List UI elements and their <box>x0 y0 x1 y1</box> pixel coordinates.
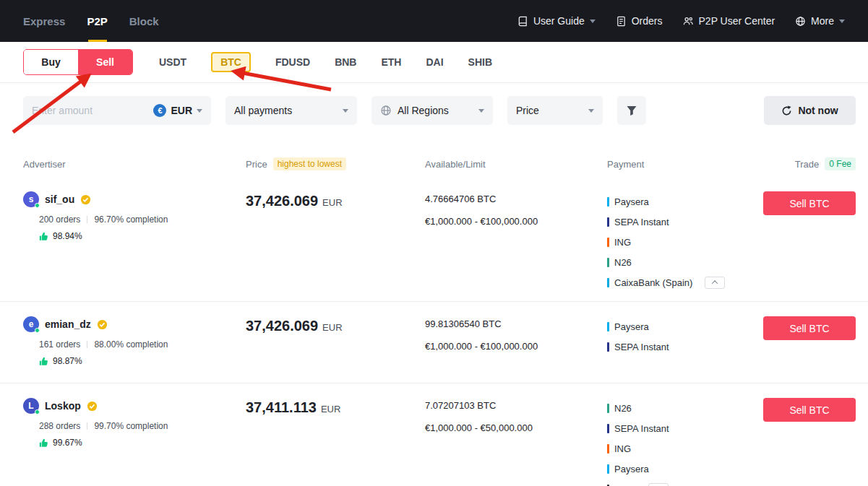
sell-tab[interactable]: Sell <box>78 50 132 74</box>
user-guide-menu[interactable]: User Guide <box>517 15 596 27</box>
refresh-interval-label: Not now <box>798 105 838 116</box>
tab-asset-btc[interactable]: BTC <box>211 52 251 72</box>
fiat-label: EUR <box>171 105 192 116</box>
chevron-down-icon <box>590 19 596 23</box>
more-menu[interactable]: More <box>795 15 845 27</box>
avatar-letter: e <box>29 319 34 329</box>
tab-asset-fdusd[interactable]: FDUSD <box>275 56 310 68</box>
payment-method: Paysera <box>614 321 649 332</box>
advertiser-name[interactable]: emian_dz <box>45 318 91 330</box>
primary-nav: Express P2P Block <box>23 0 159 42</box>
payment-method: ING <box>614 443 631 454</box>
price-cell: 37,426.069 EUR <box>246 318 425 334</box>
payment-color-bar <box>607 197 609 207</box>
payment-color-bar <box>607 258 609 267</box>
globe-icon <box>795 16 806 27</box>
divider <box>87 216 87 223</box>
thumbs-up-icon <box>39 438 48 448</box>
buy-sell-toggle: Buy Sell <box>23 49 133 75</box>
avatar[interactable]: s <box>23 191 39 207</box>
amount-input[interactable] <box>32 105 126 116</box>
filter-bar: € EUR All payments All Regions Price Not… <box>0 83 868 139</box>
amount-filter: € EUR <box>23 96 211 125</box>
payment-cell: N26 SEPA Instant ING Paysera Bunq <box>607 398 763 486</box>
asset-tabs: USDT BTC FDUSD BNB ETH DAI SHIB <box>159 52 492 72</box>
orders-link[interactable]: Orders <box>616 15 663 27</box>
thumbs-up-icon <box>39 232 48 241</box>
price-sort-dropdown[interactable]: Price <box>507 96 603 125</box>
payment-method: N26 <box>614 257 632 268</box>
nav-express[interactable]: Express <box>23 0 65 42</box>
payments-dropdown-value: All payments <box>234 105 292 116</box>
chevron-down-icon <box>197 109 202 113</box>
refresh-interval-button[interactable]: Not now <box>764 96 856 125</box>
positive-feedback-rate: 98.94% <box>53 231 82 241</box>
chevron-down-icon <box>343 109 348 113</box>
payment-color-bar <box>607 322 609 331</box>
thumbs-up-icon <box>39 357 48 366</box>
limit-range: €1,000.000 - €100,000.000 <box>425 216 607 227</box>
payment-color-bar <box>607 424 609 433</box>
globe-icon <box>380 105 392 116</box>
tab-asset-eth[interactable]: ETH <box>381 56 401 68</box>
chevron-down-icon <box>588 109 594 113</box>
available-limit-cell: 4.76664706 BTC €1,000.000 - €100,000.000 <box>425 194 607 227</box>
avatar[interactable]: L <box>23 398 39 414</box>
sell-btc-button[interactable]: Sell BTC <box>763 316 856 340</box>
collapse-payments-button[interactable] <box>648 483 669 486</box>
payment-color-bar <box>607 404 609 413</box>
payments-dropdown[interactable]: All payments <box>225 96 357 125</box>
fiat-selector[interactable]: € EUR <box>153 104 202 117</box>
collapse-payments-button[interactable] <box>705 277 725 289</box>
payment-color-bar <box>607 278 609 287</box>
trade-cell: Sell BTC <box>763 316 856 340</box>
refresh-icon <box>781 105 792 116</box>
limit-range: €1,000.000 - €50,000.000 <box>425 422 607 433</box>
payment-method: Bunq <box>614 484 636 486</box>
online-dot <box>35 328 40 333</box>
payment-cell: Paysera SEPA Instant <box>607 316 763 357</box>
tab-asset-dai[interactable]: DAI <box>426 56 443 68</box>
price-sort-value: Price <box>516 105 539 116</box>
advertiser-name[interactable]: sif_ou <box>45 194 74 205</box>
regions-dropdown-value: All Regions <box>398 105 449 116</box>
sell-btc-button[interactable]: Sell BTC <box>763 398 856 422</box>
price-cell: 37,411.113 EUR <box>246 399 425 416</box>
tab-asset-usdt[interactable]: USDT <box>159 56 186 68</box>
price-value: 37,426.069 <box>246 318 318 334</box>
available-limit-cell: 99.81306540 BTC €1,000.000 - €100,000.00… <box>425 318 607 352</box>
payment-method: Paysera <box>614 464 649 474</box>
more-filters-button[interactable] <box>617 96 646 125</box>
tab-asset-bnb[interactable]: BNB <box>335 56 356 68</box>
advertiser-cell: e emian_dz 161 orders 88.00% completion … <box>23 316 246 366</box>
completion-rate: 99.70% completion <box>94 421 168 431</box>
advertiser-cell: L Loskop 288 orders 99.70% completion 99… <box>23 398 246 448</box>
buy-tab[interactable]: Buy <box>24 50 78 74</box>
offer-row: s sif_ou 200 orders 96.70% completion 98… <box>0 177 868 302</box>
tab-asset-shib[interactable]: SHIB <box>468 56 492 68</box>
payment-method: SEPA Instant <box>614 342 669 352</box>
available-amount: 99.81306540 BTC <box>425 318 607 329</box>
orders-count: 288 orders <box>39 421 80 431</box>
trade-cell: Sell BTC <box>763 191 856 215</box>
verified-badge-icon <box>87 401 98 412</box>
payment-method: N26 <box>614 403 632 414</box>
price-cell: 37,426.069 EUR <box>246 193 425 209</box>
payment-color-bar <box>607 342 609 352</box>
payment-method: CaixaBank (Spain) <box>614 277 692 288</box>
avatar[interactable]: e <box>23 316 39 332</box>
payment-method: SEPA Instant <box>614 423 669 434</box>
nav-block[interactable]: Block <box>129 0 159 42</box>
orders-count: 200 orders <box>39 214 80 225</box>
regions-dropdown[interactable]: All Regions <box>371 96 493 125</box>
p2p-user-center-link[interactable]: P2P User Center <box>683 15 775 27</box>
users-icon <box>683 16 694 27</box>
price-value: 37,411.113 <box>246 399 317 416</box>
nav-p2p[interactable]: P2P <box>87 0 107 42</box>
funnel-icon <box>626 105 637 116</box>
price-sort-badge[interactable]: highest to lowest <box>273 157 346 170</box>
book-icon <box>517 16 528 27</box>
trade-cell: Sell BTC <box>763 398 856 422</box>
advertiser-name[interactable]: Loskop <box>45 400 81 412</box>
sell-btc-button[interactable]: Sell BTC <box>763 191 856 215</box>
